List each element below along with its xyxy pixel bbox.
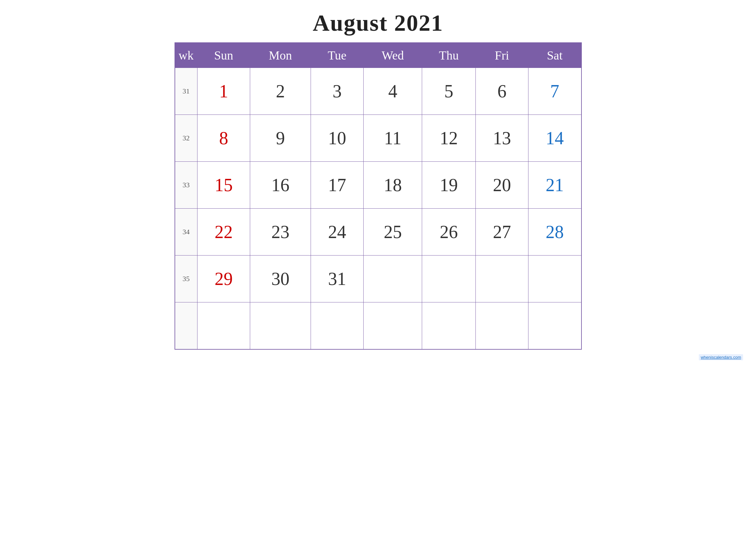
day-cell: 29: [198, 256, 250, 302]
header-wed: Wed: [363, 43, 422, 68]
day-cell: [528, 302, 581, 349]
day-cell: 19: [422, 162, 476, 209]
day-cell: 28: [528, 209, 581, 256]
day-cell: 25: [363, 209, 422, 256]
day-cell: 10: [310, 115, 363, 162]
day-cell: [422, 302, 476, 349]
day-cell: [422, 256, 476, 302]
day-cell: 24: [310, 209, 363, 256]
day-cell: 11: [363, 115, 422, 162]
day-cell: 18: [363, 162, 422, 209]
header-thu: Thu: [422, 43, 476, 68]
week-number: 33: [175, 162, 198, 209]
day-cell: [310, 302, 363, 349]
day-cell: 2: [250, 68, 310, 115]
week-number: [175, 302, 198, 349]
day-cell: 12: [422, 115, 476, 162]
day-cell: 1: [198, 68, 250, 115]
day-cell: 16: [250, 162, 310, 209]
day-cell: 15: [198, 162, 250, 209]
day-cell: [198, 302, 250, 349]
day-cell: [363, 256, 422, 302]
day-cell: 3: [310, 68, 363, 115]
day-cell: 20: [475, 162, 528, 209]
day-cell: 22: [198, 209, 250, 256]
day-cell: [363, 302, 422, 349]
calendar-table: wk Sun Mon Tue Wed Thu Fri Sat 311234567…: [175, 42, 582, 350]
day-cell: 17: [310, 162, 363, 209]
week-number: 34: [175, 209, 198, 256]
header-sun: Sun: [198, 43, 250, 68]
week-number: 31: [175, 68, 198, 115]
day-cell: 8: [198, 115, 250, 162]
page-title: August 2021: [312, 10, 443, 37]
day-cell: 14: [528, 115, 581, 162]
day-cell: 26: [422, 209, 476, 256]
day-cell: 30: [250, 256, 310, 302]
header-wk: wk: [175, 43, 198, 68]
day-cell: 27: [475, 209, 528, 256]
day-cell: [250, 302, 310, 349]
header-sat: Sat: [528, 43, 581, 68]
header-tue: Tue: [310, 43, 363, 68]
day-cell: 13: [475, 115, 528, 162]
day-cell: 7: [528, 68, 581, 115]
day-cell: 21: [528, 162, 581, 209]
day-cell: 4: [363, 68, 422, 115]
week-number: 32: [175, 115, 198, 162]
header-mon: Mon: [250, 43, 310, 68]
week-number: 35: [175, 256, 198, 302]
day-cell: 23: [250, 209, 310, 256]
day-cell: [528, 256, 581, 302]
day-cell: 9: [250, 115, 310, 162]
day-cell: 6: [475, 68, 528, 115]
header-fri: Fri: [475, 43, 528, 68]
day-cell: 5: [422, 68, 476, 115]
watermark: wheniscalendars.com: [699, 354, 743, 360]
day-cell: [475, 256, 528, 302]
day-cell: 31: [310, 256, 363, 302]
day-cell: [475, 302, 528, 349]
